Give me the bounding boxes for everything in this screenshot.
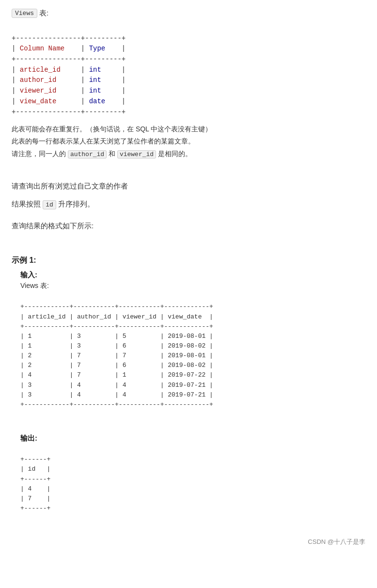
desc-line3: 请注意，同一人的 author_id 和 viewer_id 是相同的。 bbox=[12, 148, 365, 160]
header-line: Views 表: bbox=[12, 9, 365, 18]
table-label-text: 表: bbox=[39, 9, 48, 18]
footer: CSDN @十八子是李 bbox=[12, 538, 365, 546]
gap2 bbox=[12, 215, 365, 219]
question-text: 请查询出所有浏览过自己文章的作者 bbox=[12, 179, 365, 192]
example-title: 示例 1: bbox=[12, 255, 365, 266]
viewer-id-hl: viewer_id bbox=[117, 150, 156, 159]
footer-text: CSDN @十八子是李 bbox=[308, 538, 365, 545]
example-section: 输入: Views 表: +------------+-----------+-… bbox=[12, 270, 365, 523]
views-table-label: Views 表: bbox=[20, 282, 365, 290]
views-badge: Views bbox=[12, 9, 37, 18]
schema-border-bot: +----------------+---------+ bbox=[12, 108, 126, 116]
input-label: 输入: bbox=[20, 270, 365, 280]
question-sort: 结果按照 id 升序排列。 bbox=[12, 197, 365, 210]
question-format: 查询结果的格式如下所示: bbox=[12, 219, 365, 232]
schema-border-mid: +----------------+---------+ bbox=[12, 55, 126, 63]
schema-header: | Column Name | Type | bbox=[12, 45, 126, 52]
author-id-hl: author_id bbox=[68, 150, 107, 159]
gap4 bbox=[12, 247, 365, 255]
desc-line2: 此表的每一行都表示某人在某天浏览了某位作者的某篇文章。 bbox=[12, 135, 365, 147]
schema-row-date: | view_date | date | bbox=[12, 97, 126, 105]
id-badge: id bbox=[43, 200, 56, 209]
schema-row-viewer: | viewer_id | int | bbox=[12, 87, 126, 95]
schema-row-author: | author_id | int | bbox=[12, 76, 126, 84]
gap3 bbox=[12, 237, 365, 247]
schema-row-article: | article_id | int | bbox=[12, 66, 126, 74]
gap5 bbox=[20, 425, 365, 434]
description-block: 此表可能会存在重复行。（换句话说，在 SQL 中这个表没有主键） 此表的每一行都… bbox=[12, 123, 365, 160]
input-table: +------------+-----------+-----------+--… bbox=[20, 292, 365, 419]
schema-border-top: +----------------+---------+ bbox=[12, 34, 126, 42]
output-label: 输出: bbox=[20, 434, 365, 443]
desc-line1: 此表可能会存在重复行。（换句话说，在 SQL 中这个表没有主键） bbox=[12, 123, 365, 135]
gap1 bbox=[12, 170, 365, 179]
output-table: +------+ | id | +------+ | 4 | | 7 | +--… bbox=[20, 445, 365, 523]
schema-table: +----------------+---------+ | Column Na… bbox=[12, 23, 365, 117]
